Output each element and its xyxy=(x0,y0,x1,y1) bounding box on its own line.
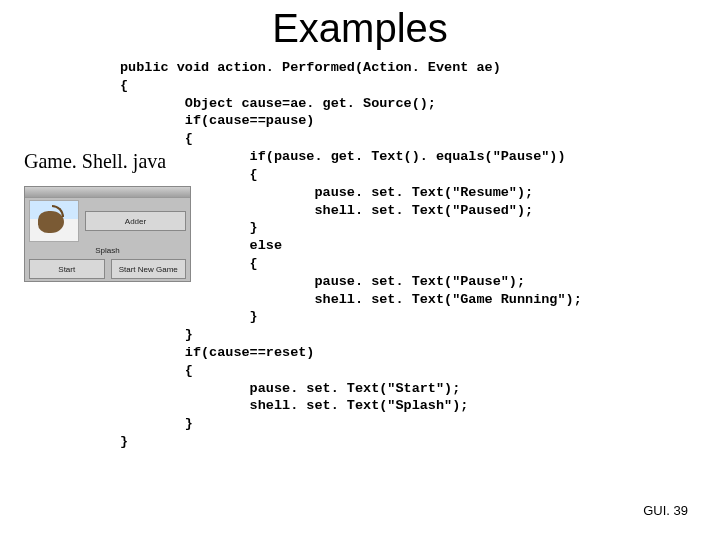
splash-image xyxy=(29,200,79,242)
mock-titlebar xyxy=(25,187,190,198)
mock-app-window: Adder Splash Start Start New Game xyxy=(24,186,191,282)
filename-label: Game. Shell. java xyxy=(24,150,166,173)
code-block: public void action. Performed(Action. Ev… xyxy=(120,59,720,451)
slide-title: Examples xyxy=(0,6,720,51)
slide-footer: GUI. 39 xyxy=(643,503,688,518)
splash-label: Splash xyxy=(95,246,119,255)
start-button-label: Start xyxy=(58,265,75,274)
start-button[interactable]: Start xyxy=(29,259,105,279)
start-new-game-button[interactable]: Start New Game xyxy=(111,259,187,279)
adder-button-label: Adder xyxy=(125,217,146,226)
adder-button[interactable]: Adder xyxy=(85,211,186,231)
start-new-game-button-label: Start New Game xyxy=(119,265,178,274)
